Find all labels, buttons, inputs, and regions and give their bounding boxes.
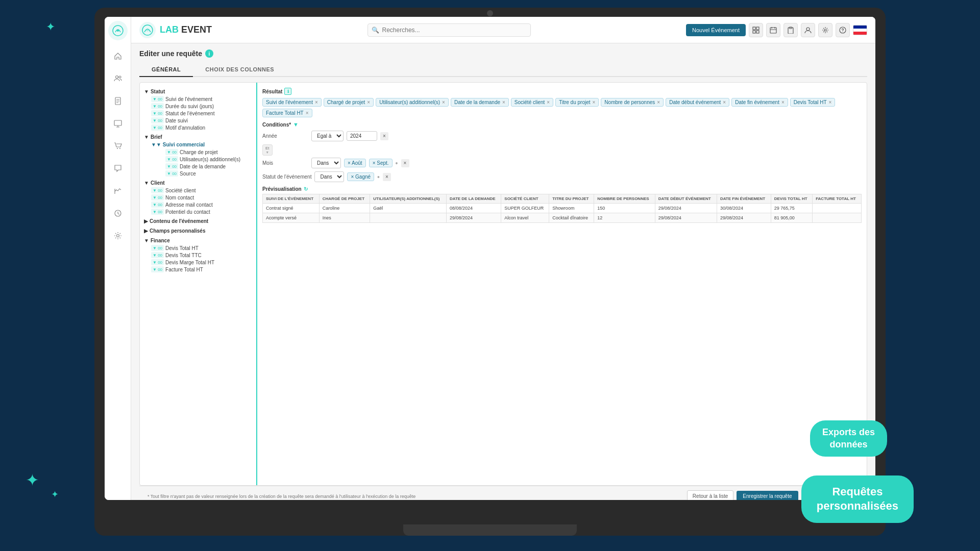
cond-tag-sept[interactable]: × Sept. [369,159,393,167]
svg-rect-8 [114,120,121,126]
tree-item[interactable]: ▼ 00 Facture Total HT [151,266,252,273]
tree-item[interactable]: ▼ 00 Devis Marge Total HT [151,259,252,266]
tag-date-fin[interactable]: Date fin événement × [731,98,788,107]
tag-utilisateurs[interactable]: Utilisateur(s) additionnel(s) × [376,98,449,107]
tag-date-demande[interactable]: Date de la demande × [451,98,509,107]
tree-item[interactable]: ▼ 00 Charge de projet [165,148,252,156]
tag-facture-ht[interactable]: Facture Total HT × [262,109,312,117]
back-button[interactable]: Retour à la liste [687,490,733,500]
grid-icon-btn[interactable] [749,23,763,37]
tree-item[interactable]: ▼ 00 Devis Total TTC [151,252,252,259]
cell-suivi: Acompte versé [263,213,320,223]
clipboard-icon-btn[interactable] [783,23,798,37]
cell-utilisateurs: Gaël [370,204,447,213]
filter-icon: ▼ [293,121,299,128]
tree-header-statut[interactable]: ▼ Statut [144,88,252,95]
cond-annee-clear[interactable]: × [380,132,388,140]
sidebar-users-icon[interactable] [108,69,128,88]
tag-personnes[interactable]: Nombre de personnes × [601,98,664,107]
tree-item[interactable]: ▼ 00 Devis Total HT [151,244,252,252]
tab-general[interactable]: GÉNÉRAL [139,63,193,77]
flag-icon-btn[interactable] [853,25,867,35]
tree-section-client: ▼ Client ▼ 00 Société client ▼ 00 Nom co… [144,179,252,215]
sidebar-settings-icon[interactable] [108,226,128,245]
svg-rect-21 [770,28,776,33]
tree-header-brief[interactable]: ▼ Brief [144,133,252,141]
sidebar-clock-icon[interactable] [108,204,128,223]
new-event-button[interactable]: Nouvel Événement [686,24,746,36]
save-launch-button[interactable]: Enregistrer et lanc... [801,491,859,500]
tree-item[interactable]: ▼ 00 Date suivi [151,117,252,124]
tree-item[interactable]: ▼ 00 Nom contact [151,194,252,201]
user-icon-btn[interactable] [801,23,815,37]
search-input[interactable] [368,23,531,37]
cond-statut-label: Statut de l'événement [262,174,311,180]
cell-date-fin: 30/08/2024 [717,204,771,213]
tree-header-finance[interactable]: ▼ Finance [144,237,252,244]
cond-mois-operator[interactable]: Dans [311,158,341,168]
tree-header-champs[interactable]: ▶ Champs personnalisés [144,227,252,235]
tag-charge[interactable]: Chargé de projet × [324,98,374,107]
tag-devis-ht[interactable]: Devis Total HT × [790,98,836,107]
cond-statut-operator[interactable]: Dans [314,171,344,182]
sidebar-document-icon[interactable] [108,91,128,111]
svg-point-1 [117,30,119,32]
tree-children-client: ▼ 00 Société client ▼ 00 Nom contact ▼ 0… [144,187,252,215]
tree-item[interactable]: ▼ 00 Potentiel du contact [151,208,252,215]
cond-statut-dot[interactable]: • [377,173,380,181]
tree-header-contenu[interactable]: ▶ Contenu de l'événement [144,217,252,225]
tree-item[interactable]: ▼ 00 Utilisateur(s) additionnel(s) [165,156,252,163]
cond-tag-gagne[interactable]: × Gagné [347,172,374,181]
sidebar-cart-icon[interactable] [108,136,128,156]
sidebar-monitor-icon[interactable] [108,114,128,133]
settings-icon-btn[interactable] [818,23,832,37]
laptop-base [403,524,577,536]
cell-facture-ht [813,213,862,223]
sidebar-home-icon[interactable] [108,46,128,66]
tree-item[interactable]: ▼ 00 Suivi de l'événement [151,95,252,103]
tree-children-statut: ▼ 00 Suivi de l'événement ▼ 00 Durée du … [144,95,252,131]
col-date-debut: DATE DÉBUT ÉVÉNEMENT [655,194,717,204]
tag-date-debut[interactable]: Date début événement × [666,98,729,107]
logo-icon [139,22,156,38]
cond-statut-clear[interactable]: × [383,173,391,181]
tree-item[interactable]: ▼ 00 Société client [151,187,252,194]
search-icon: 🔍 [372,27,379,34]
svg-point-28 [824,29,826,31]
tab-columns[interactable]: CHOIX DES COLONNES [193,63,286,77]
sidebar-chat-icon[interactable] [108,159,128,178]
cond-tag-aout[interactable]: × Août [344,159,366,167]
tree-item[interactable]: ▼ 00 Durée du suivi (jours) [151,103,252,110]
tree-item[interactable]: ▼ 00 Motif d'annulation [151,124,252,131]
condition-row-statut: Statut de l'événement Dans × Gagné • × [262,171,862,182]
tree-item[interactable]: ▼ 00 Adresse mail contact [151,201,252,208]
main-area: LAB EVENT 🔍 Nouvel Événement [131,17,875,500]
tag-societe[interactable]: Société client × [511,98,553,107]
tree-item[interactable]: ▼ 00 Date de la demande [165,163,252,170]
svg-point-3 [119,76,121,78]
sidebar-chart-icon[interactable] [108,181,128,201]
info-icon[interactable]: i [205,49,213,58]
tree-section-finance: ▼ Finance ▼ 00 Devis Total HT ▼ 00 Devis… [144,237,252,273]
cond-mois-clear[interactable]: × [401,159,409,167]
tree-item[interactable]: ▼ 00 Statut de l'événement [151,110,252,117]
cond-mois-dot[interactable]: • [396,159,398,167]
col-charge: CHARGÉ DE PROJET [319,194,370,204]
cell-societe: SUPER GOLFEUR [501,204,549,213]
cell-utilisateurs [370,213,447,223]
cond-annee-value[interactable] [347,131,377,141]
star-decoration-bl2: ✦ [51,489,59,500]
save-button[interactable]: Enregistrer la requête [737,491,798,500]
tree-header-suivi-commercial[interactable]: ▼▼ Suivi commercial [151,141,252,148]
cond-annee-operator[interactable]: Egal à [311,131,344,141]
laptop-frame: LAB EVENT 🔍 Nouvel Événement [94,8,886,536]
preview-label: Prévisualisation ↻ [262,186,862,192]
preview-refresh-icon[interactable]: ↻ [304,186,308,192]
calendar-icon-btn[interactable] [766,23,780,37]
tree-header-client[interactable]: ▼ Client [144,179,252,187]
tag-suivi[interactable]: Suivi de l'événement × [262,98,322,107]
table-row: Acompte versé Ines 29/08/2024 Alcon trav… [263,213,862,223]
tree-item[interactable]: ▼ 00 Source [165,170,252,177]
help-icon-btn[interactable] [836,23,850,37]
tag-titre[interactable]: Titre du projet × [555,98,599,107]
